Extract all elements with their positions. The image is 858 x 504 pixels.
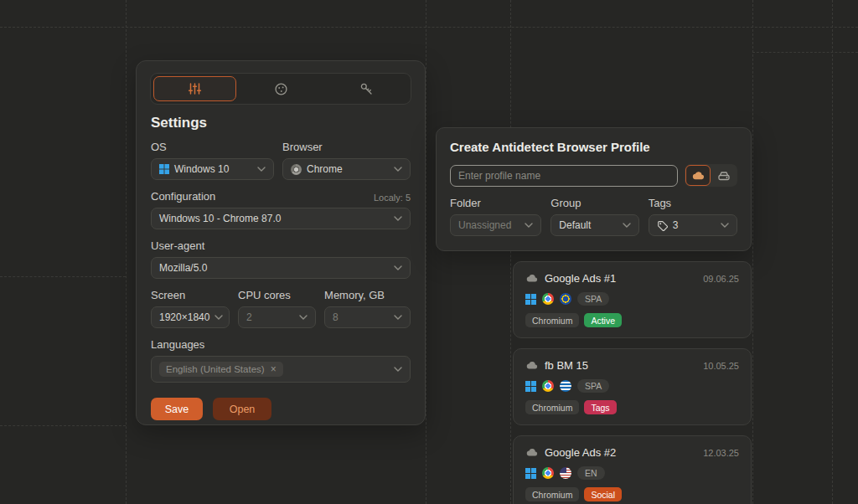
flag-icon — [560, 467, 571, 479]
flag-icon — [560, 293, 571, 305]
cloud-storage-button[interactable] — [685, 165, 711, 186]
folder-select[interactable]: Unassigned — [450, 214, 541, 236]
windows-icon — [525, 294, 536, 305]
configuration-value: Windows 10 - Chrome 87.0 — [159, 213, 281, 224]
group-label: Group — [550, 197, 638, 209]
settings-title: Settings — [151, 115, 411, 131]
tab-fingerprint-key[interactable] — [325, 76, 408, 101]
cloud-icon — [525, 448, 538, 457]
configuration-label: Configuration — [151, 190, 215, 203]
tab-cookies[interactable] — [240, 76, 323, 101]
chrome-icon — [542, 467, 554, 479]
status-badge: Social — [584, 487, 622, 501]
screen-label: Screen — [151, 289, 230, 301]
remove-language-icon[interactable]: × — [271, 364, 277, 374]
folder-value: Unassigned — [458, 219, 511, 231]
cpu-cores-value: 2 — [246, 311, 252, 323]
user-agent-value: Mozilla/5.0 — [159, 262, 207, 274]
local-storage-icon — [717, 170, 731, 182]
profile-date: 12.03.25 — [703, 448, 739, 458]
profile-date: 10.05.25 — [703, 361, 739, 371]
folder-label: Folder — [450, 197, 541, 209]
chrome-icon — [542, 380, 554, 392]
create-profile-title: Create Antidetect Browser Profile — [450, 140, 737, 154]
profile-name: Google Ads #1 — [545, 272, 616, 285]
grid-line — [752, 0, 753, 504]
windows-icon — [525, 381, 536, 392]
grid-line — [0, 27, 858, 28]
status-badge: Chromium — [525, 487, 579, 501]
flag-icon — [560, 380, 571, 392]
group-select[interactable]: Default — [550, 214, 638, 236]
tags-select[interactable]: 3 — [649, 214, 737, 236]
cloud-icon — [691, 171, 705, 181]
configuration-local-count: Localy: 5 — [374, 193, 411, 203]
profile-card[interactable]: Google Ads #2 12.03.25 EN ChromiumSocial — [513, 435, 752, 504]
language-badge: EN — [577, 466, 605, 480]
chevron-down-icon — [623, 223, 631, 228]
desktop-background: Settings OS Windows 10 — [0, 0, 858, 504]
profile-badges: ChromiumActive — [525, 313, 739, 327]
memory-select[interactable]: 8 — [324, 306, 411, 328]
screen-select[interactable]: 1920×1840 — [151, 306, 230, 328]
windows-icon — [159, 164, 169, 174]
profile-card[interactable]: fb BM 15 10.05.25 SPA ChromiumTags — [513, 348, 752, 425]
browser-select[interactable]: Chrome — [282, 158, 411, 180]
configuration-select[interactable]: Windows 10 - Chrome 87.0 — [151, 208, 411, 229]
languages-select[interactable]: English (United States) × — [151, 356, 411, 383]
chevron-down-icon — [394, 216, 402, 221]
chrome-icon — [542, 293, 554, 305]
profile-name-input[interactable] — [450, 165, 678, 187]
grid-line — [832, 0, 833, 504]
group-value: Default — [559, 219, 591, 231]
chevron-down-icon — [394, 315, 402, 320]
local-storage-button[interactable] — [711, 165, 737, 186]
profile-badges: ChromiumSocial — [525, 487, 739, 501]
chevron-down-icon — [394, 367, 402, 372]
cloud-icon — [525, 361, 538, 370]
browser-label: Browser — [282, 141, 411, 153]
browser-value: Chrome — [307, 163, 343, 175]
save-button[interactable]: Save — [151, 398, 203, 420]
screen-value: 1920×1840 — [159, 311, 209, 323]
settings-panel: Settings OS Windows 10 — [136, 60, 426, 425]
grid-line — [510, 0, 511, 504]
cookie-icon — [274, 82, 288, 96]
profile-date: 09.06.25 — [703, 274, 739, 284]
chevron-down-icon — [394, 167, 402, 172]
cpu-cores-select[interactable]: 2 — [238, 306, 316, 328]
tab-general-settings[interactable] — [153, 76, 236, 101]
chrome-icon — [291, 164, 302, 175]
language-chip-label: English (United States) — [166, 364, 265, 374]
grid-line — [126, 0, 127, 504]
status-badge: Chromium — [525, 400, 579, 414]
os-value: Windows 10 — [174, 163, 229, 175]
tags-label: Tags — [649, 197, 737, 209]
language-chip[interactable]: English (United States) × — [159, 362, 283, 377]
memory-label: Memory, GB — [324, 289, 411, 301]
cloud-icon — [525, 274, 538, 283]
language-badge: SPA — [577, 292, 609, 306]
open-button[interactable]: Open — [213, 398, 271, 420]
grid-line — [0, 425, 126, 426]
chevron-down-icon — [257, 167, 266, 172]
profile-card[interactable]: Google Ads #1 09.06.25 SPA ChromiumActiv… — [513, 261, 752, 338]
user-agent-select[interactable]: Mozilla/5.0 — [151, 257, 411, 279]
key-icon — [359, 82, 374, 96]
languages-label: Languages — [151, 338, 204, 351]
os-select[interactable]: Windows 10 — [151, 158, 274, 180]
user-agent-label: User-agent — [151, 239, 204, 252]
profiles-list: Google Ads #1 09.06.25 SPA ChromiumActiv… — [513, 261, 752, 504]
status-badge: Tags — [584, 400, 616, 414]
tag-icon — [657, 220, 668, 231]
chevron-down-icon — [394, 265, 402, 270]
profile-name: fb BM 15 — [545, 359, 588, 372]
sliders-icon — [188, 82, 202, 95]
chevron-down-icon — [299, 315, 308, 320]
windows-icon — [525, 468, 536, 479]
chevron-down-icon — [214, 315, 223, 320]
tags-value: 3 — [673, 219, 679, 231]
grid-line — [0, 276, 126, 277]
chevron-down-icon — [721, 223, 729, 228]
grid-line — [426, 0, 426, 504]
